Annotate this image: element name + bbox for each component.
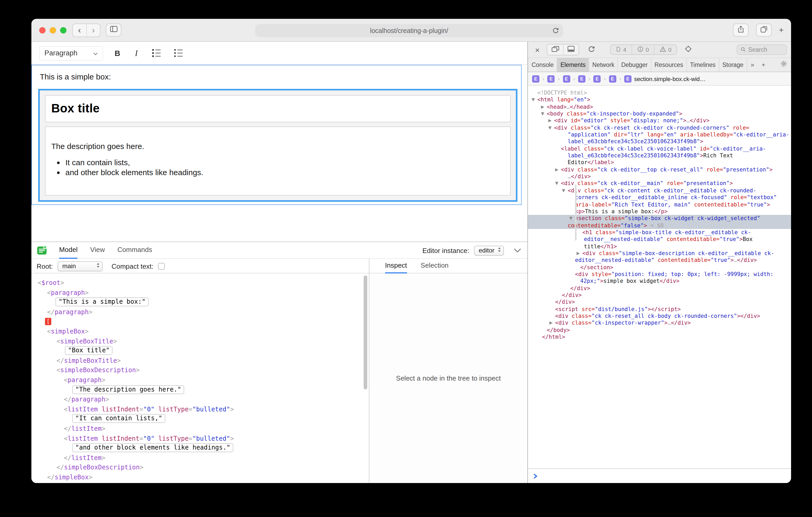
tab-overview-button[interactable]	[756, 24, 772, 37]
bold-button[interactable]: B	[113, 49, 122, 58]
devtools-tab-storage[interactable]: Storage	[719, 58, 747, 71]
breadcrumb-element-badge[interactable]: E	[593, 75, 601, 82]
model-tree-line[interactable]: </paragraph>	[31, 395, 362, 404]
devtools-settings-button[interactable]	[776, 58, 791, 71]
dom-tree-line[interactable]: ▼<div class="ck ck-editor__main" role="p…	[528, 180, 791, 187]
dom-tree-line[interactable]: label_e63cbbfece34c53ce23501062343f49b8"…	[528, 152, 791, 159]
editor-instance-select[interactable]: editor	[474, 245, 504, 255]
list-item[interactable]: It can contain lists,	[65, 158, 504, 168]
dom-tree-line[interactable]: title</h1>	[528, 243, 791, 250]
model-tree-line[interactable]: "The description goes here."	[31, 385, 362, 395]
dom-tree-line[interactable]: ▼<html lang="en">	[528, 96, 791, 103]
dom-tree-line[interactable]: ▼<div class="ck ck-reset ck-editor ck-ro…	[528, 124, 791, 131]
numbered-list-button[interactable]	[150, 49, 163, 57]
editor-content[interactable]: This is a simple box: Box title The desc…	[31, 65, 522, 205]
dom-tree-line[interactable]: ▶<head>…</head>	[528, 103, 791, 110]
scrollbar-thumb[interactable]	[364, 275, 367, 390]
dom-tree-line[interactable]: ▶<div id="editor" style="display: none;"…	[528, 117, 791, 124]
dom-tree-line[interactable]: <div class="ck ck-reset_all ck-body ck-r…	[528, 313, 791, 320]
dom-tree-line[interactable]: </div>	[528, 285, 791, 292]
simple-box-description[interactable]: The description goes here. It can contai…	[45, 126, 511, 195]
breadcrumb-element-badge[interactable]: E	[578, 75, 585, 82]
model-tree-line[interactable]: ]	[31, 482, 362, 483]
error-count-badge[interactable]: 0	[632, 45, 654, 54]
close-button[interactable]	[39, 27, 46, 33]
editor-paragraph[interactable]: This is a simple box:	[40, 72, 521, 81]
dom-tree-line[interactable]: editor__nested-editable" contenteditable…	[528, 236, 791, 243]
simple-box-widget[interactable]: Box title The description goes here. It …	[38, 89, 517, 202]
paragraph-dropdown[interactable]: Paragraph	[39, 46, 103, 60]
devtools-tab-debugger[interactable]: Debugger	[618, 58, 651, 71]
inspector-tab-commands[interactable]: Commands	[117, 242, 152, 259]
reload-page-button[interactable]	[587, 45, 596, 55]
dom-tree-line[interactable]: aria-label="Rich Text Editor, main" cont…	[528, 201, 791, 208]
detach-devtools-button[interactable]	[547, 44, 563, 55]
dom-tree-line[interactable]: </html>	[528, 334, 791, 341]
model-tree-line[interactable]: <paragraph>	[31, 288, 362, 298]
close-devtools-button[interactable]: ×	[532, 45, 543, 54]
tab-overflow-button[interactable]: »	[747, 58, 758, 71]
model-tree-line[interactable]: [	[31, 317, 362, 327]
devtools-tab-network[interactable]: Network	[589, 58, 618, 71]
breadcrumb-element-badge[interactable]: E	[563, 75, 570, 82]
inspector-tab-view[interactable]: View	[90, 242, 105, 259]
console-prompt[interactable]	[528, 468, 791, 483]
list-item[interactable]: and other block elements like headings.	[65, 168, 504, 177]
dom-tree-line[interactable]: <h1 class="simple-box-title ck-editor__e…	[528, 229, 791, 236]
model-tree-line[interactable]: <simpleBoxTitle>	[31, 336, 362, 346]
dom-tree-line[interactable]: ▼<section class="simple-box ck-widget ck…	[528, 215, 791, 222]
model-tree-line[interactable]: <paragraph>	[31, 375, 362, 385]
model-tree-line[interactable]: </listItem>	[31, 424, 362, 434]
model-tree-line[interactable]: </listItem>	[31, 453, 362, 463]
description-text[interactable]: The description goes here.	[51, 142, 504, 151]
dom-tree-line[interactable]: contenteditable="false"> = $0	[528, 222, 791, 229]
model-tree-line[interactable]: "It can contain lists,"	[31, 414, 362, 424]
dom-tree-line[interactable]: </div>	[528, 292, 791, 299]
dom-tree-line[interactable]: <div style="position: fixed; top: 0px; l…	[528, 271, 791, 278]
new-tab-button[interactable]: +	[779, 24, 784, 36]
dock-bottom-button[interactable]	[563, 44, 579, 55]
forward-button[interactable]: ›	[86, 24, 100, 37]
model-tree-line[interactable]: <$root>	[31, 278, 362, 288]
node-tab-selection[interactable]: Selection	[420, 259, 448, 273]
dom-tree-line[interactable]: <script src="dist/bundle.js"></script>	[528, 306, 791, 313]
devtools-tab-timelines[interactable]: Timelines	[687, 58, 719, 71]
breadcrumb-element-badge[interactable]: E	[609, 75, 616, 82]
warning-count-badge[interactable]: 0	[654, 45, 677, 54]
minimize-button[interactable]	[50, 27, 56, 33]
node-tab-inspect[interactable]: Inspect	[385, 259, 407, 273]
simple-box-title[interactable]: Box title	[45, 95, 511, 122]
dom-tree-line[interactable]: "application" dir="ltr" lang="en" aria-l…	[528, 131, 791, 138]
address-bar[interactable]: localhost/creating-a-plugin/	[255, 24, 563, 37]
dom-tree-line[interactable]: …</div>	[528, 173, 791, 180]
breadcrumb-element-badge[interactable]: E	[532, 75, 540, 82]
zoom-button[interactable]	[60, 27, 66, 33]
element-selection-button[interactable]	[685, 45, 692, 55]
dom-tree-line[interactable]: editor__nested-editable" contenteditable…	[528, 257, 791, 264]
dom-tree-line[interactable]: <p>This is a simple box:</p>	[528, 208, 791, 215]
breadcrumb-element-badge[interactable]: E	[548, 75, 555, 82]
model-tree-line[interactable]: </paragraph>	[31, 307, 362, 317]
sidebar-toggle-button[interactable]	[106, 24, 121, 37]
model-tree-line[interactable]: "and other block elements like headings.…	[31, 443, 362, 453]
dom-tree-line[interactable]: </div>	[528, 299, 791, 306]
dom-tree-line[interactable]: Editor</label>	[528, 159, 791, 166]
devtools-tab-resources[interactable]: Resources	[651, 58, 687, 71]
reload-icon[interactable]	[552, 27, 559, 35]
box-title-text[interactable]: Box title	[51, 101, 510, 116]
page-count-badge[interactable]: 4	[611, 45, 632, 54]
dom-tree-line[interactable]: ▶<div class="ck ck-editor__top ck-reset_…	[528, 166, 791, 173]
model-tree-line[interactable]: <listItem listIndent="0" listType="bulle…	[31, 404, 362, 414]
back-button[interactable]: ‹	[73, 24, 86, 37]
devtools-search-field[interactable]: Search	[737, 44, 787, 55]
add-tab-button[interactable]: +	[758, 58, 769, 71]
italic-button[interactable]: I	[132, 48, 141, 58]
root-select[interactable]: main	[58, 261, 103, 271]
dom-tree-line[interactable]: ▶<div class="ck-inspector-wrapper">…</di…	[528, 320, 791, 327]
model-tree-line[interactable]: "Box title"	[31, 346, 362, 356]
devtools-tab-elements[interactable]: Elements	[557, 58, 589, 71]
dom-tree-line[interactable]: <!DOCTYPE html>	[528, 89, 791, 96]
breadcrumb-current[interactable]: Esection.simple-box.ck-wid…	[624, 75, 705, 82]
model-tree-line[interactable]: <listItem listIndent="0" listType="bulle…	[31, 434, 362, 443]
model-tree-line[interactable]: </simpleBoxTitle>	[31, 356, 362, 366]
